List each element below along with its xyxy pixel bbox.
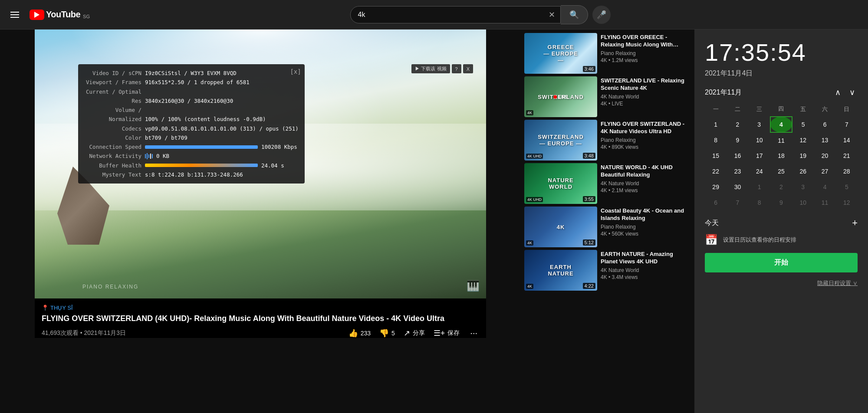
cal-day-12[interactable]: 12 xyxy=(792,132,814,148)
debug-row-res: Res 3840x2160@30 / 3840x2160@30 xyxy=(84,96,299,105)
calendar-month-label: 2021年11月 xyxy=(705,88,742,97)
cal-day-9[interactable]: 9 xyxy=(727,132,748,148)
thumb-channel-2: 4K Nature World xyxy=(601,94,691,100)
cal-day-22[interactable]: 22 xyxy=(705,164,727,179)
cal-day-6[interactable]: 6 xyxy=(814,117,835,132)
cal-day-29[interactable]: 29 xyxy=(705,179,727,195)
thumb-info-6: EARTH NATURE - Amazing Planet Views 4K U… xyxy=(601,250,691,291)
calendar-icon: 📅 xyxy=(705,234,718,246)
cal-day-next-1[interactable]: 1 xyxy=(749,179,770,195)
cal-day-4-today[interactable]: 4 xyxy=(770,117,792,132)
list-item[interactable]: SWITZERLAND LIVE 4K SWITZERLAND LIVE - R… xyxy=(524,76,691,117)
cal-day-next-7[interactable]: 7 xyxy=(727,195,748,210)
download-x-button[interactable]: X xyxy=(463,64,473,73)
debug-close-button[interactable]: [x] xyxy=(290,67,301,77)
debug-label-netact: Network Activity xyxy=(84,151,145,161)
debug-row-bufhealth: Buffer Health 24.04 s xyxy=(84,161,299,170)
youtube-logo[interactable]: YouTube SG xyxy=(30,10,90,20)
dislike-count: 5 xyxy=(391,330,395,337)
dislike-button[interactable]: 👎 5 xyxy=(379,328,395,338)
search-input[interactable] xyxy=(351,7,543,23)
list-item[interactable]: 4K 5:12 4K Coastal Beauty 4K - Ocean and… xyxy=(524,206,691,247)
thumb-duration-4: 3:55 xyxy=(583,196,595,202)
calendar-prev-button[interactable]: ∧ xyxy=(832,87,843,98)
cal-day-5[interactable]: 5 xyxy=(792,117,814,132)
debug-label-mystery: Mystery Text xyxy=(84,170,145,179)
share-label: 分享 xyxy=(413,329,425,337)
cal-day-2[interactable]: 2 xyxy=(727,117,748,132)
cal-day-20[interactable]: 20 xyxy=(814,148,835,164)
menu-button[interactable] xyxy=(7,8,23,21)
cal-day-10[interactable]: 10 xyxy=(749,132,770,148)
mic-button[interactable]: 🎤 xyxy=(592,6,611,24)
cal-day-next-2[interactable]: 2 xyxy=(770,179,792,195)
cal-day-30[interactable]: 30 xyxy=(727,179,748,195)
cal-day-8[interactable]: 8 xyxy=(705,132,727,148)
cal-day-18[interactable]: 18 xyxy=(770,148,792,164)
cal-day-next-10[interactable]: 10 xyxy=(792,195,814,210)
like-button[interactable]: 👍 233 xyxy=(349,328,371,338)
debug-row-color: Color bt709 / bt709 xyxy=(84,133,299,142)
weekday-tue: 二 xyxy=(727,103,748,117)
calendar-promo: 📅 设置日历以查看你的日程安排 xyxy=(705,234,858,246)
youtube-content: [x] Video ID / sCPN I9z0CSiStsl / W3Y3 E… xyxy=(0,30,521,413)
cal-day-next-3[interactable]: 3 xyxy=(792,179,814,195)
cal-day-19[interactable]: 19 xyxy=(792,148,814,164)
save-button[interactable]: ☰+ 保存 xyxy=(434,328,460,338)
conn-speed-bar xyxy=(145,145,258,149)
thumb-duration-6: 4:22 xyxy=(583,283,595,289)
cal-day-next-6[interactable]: 6 xyxy=(705,195,727,210)
cal-day-27[interactable]: 27 xyxy=(814,164,835,179)
cal-day-7[interactable]: 7 xyxy=(836,117,858,132)
debug-label-connspeed: Connection Speed xyxy=(84,142,145,151)
clock-date: 2021年11月4日 xyxy=(705,69,858,78)
add-event-button[interactable]: + xyxy=(852,217,858,229)
cal-day-26[interactable]: 26 xyxy=(792,164,814,179)
thumb-duration-3: 3:48 xyxy=(583,153,595,159)
cal-day-next-11[interactable]: 11 xyxy=(814,195,835,210)
cal-day-next-9[interactable]: 9 xyxy=(770,195,792,210)
debug-row-netact: Network Activity 0 KB xyxy=(84,151,299,161)
thumb-title-4: NATURE WORLD - 4K UHD Beautiful Relaxing xyxy=(601,164,691,179)
cal-day-23[interactable]: 23 xyxy=(727,164,748,179)
start-calendar-button[interactable]: 开始 xyxy=(705,253,858,272)
cal-day-24[interactable]: 24 xyxy=(749,164,770,179)
cal-day-17[interactable]: 17 xyxy=(749,148,770,164)
video-player[interactable]: [x] Video ID / sCPN I9z0CSiStsl / W3Y3 E… xyxy=(35,30,486,298)
list-item[interactable]: SWITZERLAND— EUROPE — 3:48 4K UHD FLYING… xyxy=(524,120,691,161)
debug-val-res: 3840x2160@30 / 3840x2160@30 xyxy=(145,96,233,105)
buf-health-bar xyxy=(145,164,258,167)
cal-day-21[interactable]: 21 xyxy=(836,148,858,164)
cal-day-3[interactable]: 3 xyxy=(749,117,770,132)
cal-day-28[interactable]: 28 xyxy=(836,164,858,179)
list-item[interactable]: NATUREWORLD 3:55 4K UHD NATURE WORLD - 4… xyxy=(524,163,691,204)
list-item[interactable]: GREECE— EUROPE — 3:46 FLYING OVER GREECE… xyxy=(524,33,691,74)
cal-day-next-5[interactable]: 5 xyxy=(836,179,858,195)
thumb-title-5: Coastal Beauty 4K - Ocean and Islands Re… xyxy=(601,207,691,222)
today-label: 今天 xyxy=(705,219,719,228)
search-button[interactable]: 🔍 xyxy=(561,5,588,24)
search-clear-button[interactable]: ✕ xyxy=(543,7,560,23)
thumb-4k-badge-5: 4K xyxy=(526,240,533,246)
cal-day-16[interactable]: 16 xyxy=(727,148,748,164)
download-video-button[interactable]: ▶ 下载该 视频 xyxy=(411,64,450,73)
save-icon: ☰+ xyxy=(434,328,445,338)
cal-day-15[interactable]: 15 xyxy=(705,148,727,164)
share-button[interactable]: ↗ 分享 xyxy=(404,328,425,338)
cal-day-11[interactable]: 11 xyxy=(770,132,792,148)
list-item[interactable]: EARTHNATURE 4:22 4K EARTH NATURE - Amazi… xyxy=(524,250,691,291)
download-q-button[interactable]: ? xyxy=(452,64,461,73)
debug-row-viewport: Viewport / Frames 916x515*2.50 / 1 dropp… xyxy=(84,78,299,87)
cal-day-14[interactable]: 14 xyxy=(836,132,858,148)
cal-day-next-12[interactable]: 12 xyxy=(836,195,858,210)
cal-day-next-8[interactable]: 8 xyxy=(749,195,770,210)
thumb-meta-1: 4K • 1.2M views xyxy=(601,57,691,63)
cal-day-next-4[interactable]: 4 xyxy=(814,179,835,195)
calendar-next-button[interactable]: ∨ xyxy=(847,87,858,98)
hide-settings-button[interactable]: 隐藏日程设置 ∨ xyxy=(705,279,858,287)
cal-day-25[interactable]: 25 xyxy=(770,164,792,179)
cal-day-1[interactable]: 1 xyxy=(705,117,727,132)
cal-day-13[interactable]: 13 xyxy=(814,132,835,148)
more-options-button[interactable]: ··· xyxy=(468,328,479,338)
thumbnail-4: NATUREWORLD 3:55 4K UHD xyxy=(524,163,597,204)
